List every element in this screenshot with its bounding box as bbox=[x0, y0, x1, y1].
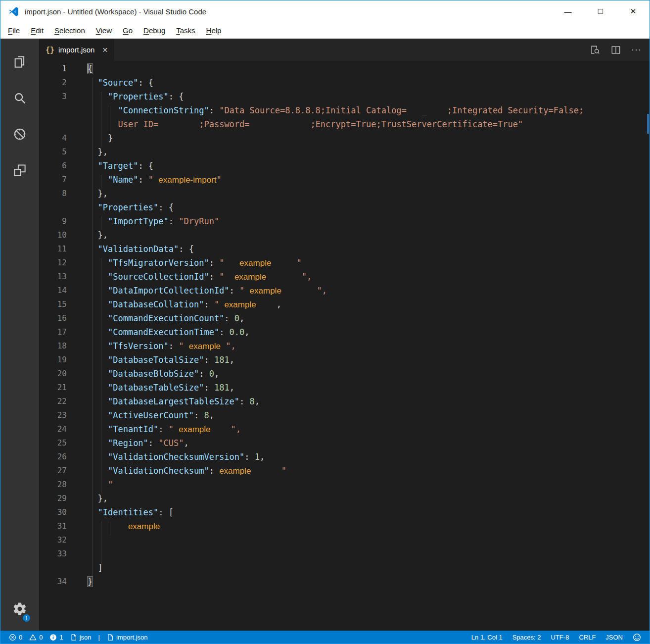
menu-edit[interactable]: Edit bbox=[25, 24, 49, 37]
menu-view[interactable]: View bbox=[91, 24, 117, 37]
code-line-content[interactable]: "Identities": [ bbox=[88, 507, 650, 521]
code-line-content[interactable]: "ValidationData": { bbox=[88, 244, 650, 258]
indent-guide bbox=[92, 92, 93, 105]
status-problems-errors[interactable]: 0 bbox=[6, 634, 25, 641]
indent-guide bbox=[92, 424, 93, 438]
status-problems-warnings[interactable]: 0 bbox=[27, 634, 45, 641]
indent-guide bbox=[101, 438, 101, 452]
code-line-content[interactable]: { bbox=[88, 64, 650, 78]
activity-explorer[interactable] bbox=[0, 44, 39, 80]
tab-import-json[interactable]: {} import.json ✕ bbox=[39, 39, 114, 61]
code-line-content[interactable]: example bbox=[88, 521, 650, 535]
activity-extensions[interactable] bbox=[0, 152, 39, 188]
code-line: 30 "Identities": [ bbox=[39, 507, 650, 521]
maximize-button[interactable]: □ bbox=[584, 0, 617, 22]
status-language-indicator[interactable]: json bbox=[68, 634, 94, 641]
code-line-content[interactable]: "Source": { bbox=[88, 78, 650, 92]
status-encoding[interactable]: UTF-8 bbox=[549, 634, 572, 641]
menu-help[interactable]: Help bbox=[201, 24, 227, 37]
indent-guide bbox=[92, 78, 93, 92]
split-editor-icon bbox=[610, 45, 621, 55]
code-line-content[interactable]: "DatabaseLargestTableSize": 8, bbox=[88, 396, 650, 410]
code-line-content[interactable]: } bbox=[88, 133, 650, 147]
code-line-content[interactable] bbox=[88, 549, 650, 563]
manage-settings[interactable]: 1 bbox=[0, 595, 39, 623]
status-feedback[interactable] bbox=[630, 633, 644, 642]
code-line-content[interactable]: }, bbox=[88, 147, 650, 161]
status-indentation[interactable]: Spaces: 2 bbox=[510, 634, 544, 641]
more-actions-button[interactable]: ··· bbox=[631, 45, 642, 55]
minimize-button[interactable]: — bbox=[552, 0, 584, 22]
indent-guide bbox=[92, 105, 93, 119]
code-line-content[interactable]: "DatabaseTableSize": 181, bbox=[88, 383, 650, 396]
indent-guide bbox=[92, 119, 93, 133]
code-line-content[interactable]: "ImportType": "DryRun" bbox=[88, 216, 650, 230]
code-line-content[interactable]: "CommandExecutionTime": 0.0, bbox=[88, 327, 650, 341]
menu-debug[interactable]: Debug bbox=[138, 24, 171, 37]
code-line-content[interactable]: ] bbox=[88, 563, 650, 577]
code-line-content[interactable]: "Properties": { bbox=[88, 92, 650, 105]
split-editor-button[interactable] bbox=[610, 45, 621, 55]
menu-file[interactable]: File bbox=[2, 24, 25, 37]
code-line-content[interactable]: "ValidationChecksumVersion": 1, bbox=[88, 452, 650, 466]
code-line-content[interactable]: "ConnectionString": "Data Source=8.8.8.8… bbox=[88, 105, 650, 119]
menu-go[interactable]: Go bbox=[117, 24, 138, 37]
code-line-content[interactable]: "Target": { bbox=[88, 161, 650, 175]
activity-debug[interactable] bbox=[0, 116, 39, 152]
code-line: 17 "CommandExecutionTime": 0.0, bbox=[39, 327, 650, 341]
line-number: 23 bbox=[39, 410, 88, 424]
tab-close-icon[interactable]: ✕ bbox=[102, 46, 108, 54]
code-line-content[interactable]: } bbox=[88, 577, 650, 591]
code-line-content[interactable]: User ID= ;Password= ;Encrypt=True;TrustS… bbox=[88, 119, 650, 133]
close-button[interactable]: ✕ bbox=[617, 0, 650, 22]
code-line-content[interactable] bbox=[88, 535, 650, 549]
tab-label: import.json bbox=[58, 46, 94, 54]
indent-guide bbox=[110, 521, 110, 535]
code-line: 25 "Region": "CUS", bbox=[39, 438, 650, 452]
main-area: 1 {} import.json ✕ ··· 1{2 "Source": {3 … bbox=[0, 39, 650, 631]
code-line-content[interactable]: "DatabaseCollation": " example , bbox=[88, 299, 650, 313]
code-line-content[interactable]: "Properties": { bbox=[88, 202, 650, 216]
code-line: 33 bbox=[39, 549, 650, 563]
code-line-content[interactable]: "ValidationChecksum": example " bbox=[88, 466, 650, 480]
code-line-content[interactable]: "ActiveUserCount": 8, bbox=[88, 410, 650, 424]
line-number: 31 bbox=[39, 521, 88, 535]
code-line: 5 }, bbox=[39, 147, 650, 161]
indent-guide bbox=[101, 216, 101, 230]
indent-guide bbox=[101, 424, 101, 438]
code-line-content[interactable]: "TenantId": " example ", bbox=[88, 424, 650, 438]
indent-guide bbox=[101, 521, 101, 535]
code-line-content[interactable]: "SourceCollectionId": " example ", bbox=[88, 272, 650, 286]
status-problems-info[interactable]: 1 bbox=[47, 634, 65, 641]
activity-search[interactable] bbox=[0, 80, 39, 116]
code-line-content[interactable]: "DataImportCollectionId": " example ", bbox=[88, 286, 650, 299]
indent-guide bbox=[92, 549, 93, 563]
menu-tasks[interactable]: Tasks bbox=[171, 24, 200, 37]
code-line: 16 "CommandExecutionCount": 0, bbox=[39, 313, 650, 327]
line-number: 16 bbox=[39, 313, 88, 327]
find-button[interactable] bbox=[590, 45, 601, 55]
status-eol[interactable]: CRLF bbox=[576, 634, 598, 641]
status-cursor-position-label: Ln 1, Col 1 bbox=[471, 634, 503, 641]
indent-guide bbox=[92, 355, 93, 369]
activity-bar: 1 bbox=[0, 39, 39, 631]
code-line-content[interactable]: "CommandExecutionCount": 0, bbox=[88, 313, 650, 327]
code-line-content[interactable]: "TfsVersion": " example ", bbox=[88, 341, 650, 355]
line-number: 28 bbox=[39, 480, 88, 494]
code-line-content[interactable]: "Region": "CUS", bbox=[88, 438, 650, 452]
indent-guide bbox=[92, 244, 93, 258]
code-line-content[interactable]: "DatabaseTotalSize": 181, bbox=[88, 355, 650, 369]
code-line-content[interactable]: "TfsMigratorVersion": " example " bbox=[88, 258, 650, 272]
code-line-content[interactable]: }, bbox=[88, 494, 650, 507]
status-filename-indicator[interactable]: import.json bbox=[104, 634, 150, 641]
status-cursor-position[interactable]: Ln 1, Col 1 bbox=[469, 634, 505, 641]
code-line-content[interactable]: "DatabaseBlobSize": 0, bbox=[88, 369, 650, 383]
code-line-content[interactable]: }, bbox=[88, 189, 650, 202]
status-language-mode[interactable]: JSON bbox=[603, 634, 625, 641]
code-line-content[interactable]: }, bbox=[88, 230, 650, 244]
indent-guide bbox=[92, 147, 93, 161]
code-line-content[interactable]: "Name": " example-import" bbox=[88, 175, 650, 189]
code-line-content[interactable]: " bbox=[88, 480, 650, 494]
line-number: 21 bbox=[39, 383, 88, 396]
menu-selection[interactable]: Selection bbox=[49, 24, 91, 37]
